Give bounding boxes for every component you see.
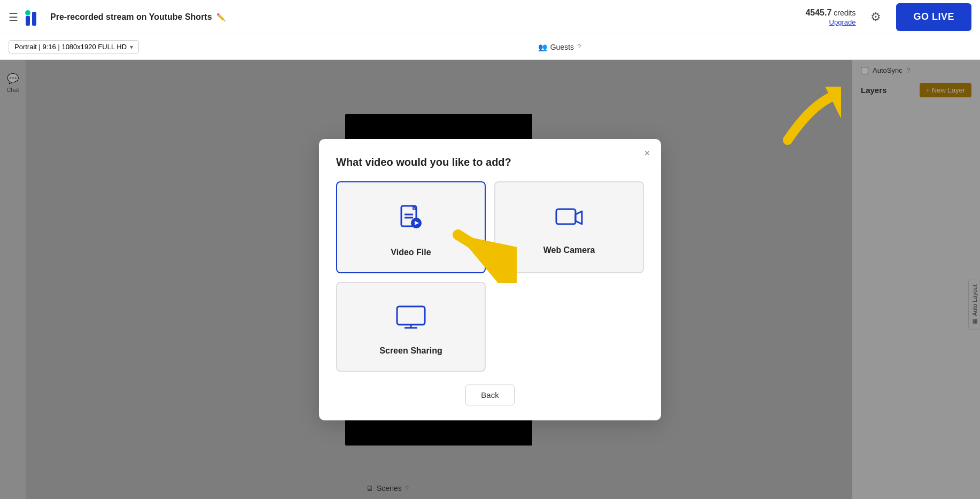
svg-point-2	[25, 10, 30, 16]
guests-help-icon: ?	[577, 43, 581, 51]
app-logo	[25, 7, 44, 27]
screen-sharing-icon	[396, 304, 426, 335]
modal-title: What video would you like to add?	[336, 156, 644, 168]
video-file-label: Video File	[391, 248, 431, 257]
main-area: 💬 Chat 🖥 Scenes ? AutoSync ? Layers + Ne…	[0, 60, 980, 499]
resolution-selector[interactable]: Portrait | 9:16 | 1080x1920 FULL HD ▾	[9, 40, 139, 53]
top-navigation: ☰ Pre-recorded stream on Youtube Shorts …	[0, 0, 980, 34]
video-file-option[interactable]: Video File	[336, 181, 486, 273]
arrow-new-layer	[777, 87, 841, 151]
screen-sharing-option[interactable]: Screen Sharing	[336, 282, 486, 372]
credits-display: 4545.7 credits Upgrade	[805, 8, 855, 26]
video-type-modal: What video would you like to add? ×	[319, 139, 661, 420]
screen-sharing-label: Screen Sharing	[379, 346, 442, 356]
guests-icon: 👥	[538, 43, 547, 51]
upgrade-link[interactable]: Upgrade	[829, 18, 856, 26]
svg-rect-10	[556, 209, 575, 224]
secondary-toolbar: Portrait | 9:16 | 1080x1920 FULL HD ▾ 👥 …	[0, 34, 980, 60]
modal-close-button[interactable]: ×	[644, 148, 650, 158]
settings-icon[interactable]: ⚙	[870, 10, 881, 24]
stream-title: Pre-recorded stream on Youtube Shorts ✏️	[50, 12, 799, 22]
menu-icon[interactable]: ☰	[9, 11, 18, 24]
web-camera-option[interactable]: Web Camera	[494, 181, 644, 273]
edit-icon[interactable]: ✏️	[216, 13, 225, 21]
modal-overlay: What video would you like to add? ×	[0, 60, 980, 499]
web-camera-label: Web Camera	[543, 245, 595, 255]
web-camera-icon	[555, 206, 583, 235]
back-button[interactable]: Back	[465, 385, 514, 405]
modal-options-grid: Video File	[336, 181, 644, 372]
guests-button[interactable]: 👥 Guests ?	[538, 43, 581, 51]
go-live-button[interactable]: GO LIVE	[896, 3, 971, 31]
svg-rect-0	[26, 16, 30, 26]
modal-footer: Back	[336, 385, 644, 405]
svg-rect-11	[397, 306, 425, 325]
svg-rect-1	[32, 12, 36, 26]
chevron-down-icon: ▾	[130, 43, 133, 51]
video-file-icon	[397, 204, 425, 237]
